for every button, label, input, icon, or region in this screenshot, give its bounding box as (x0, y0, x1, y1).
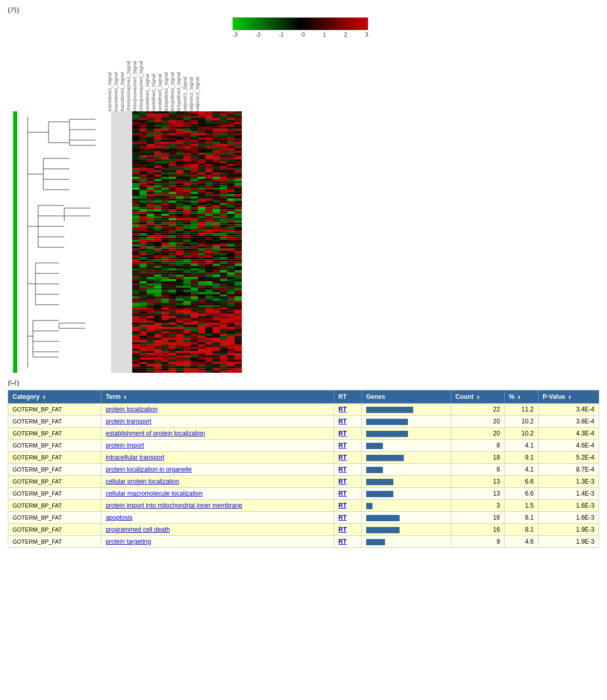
term-link[interactable]: protein transport (106, 418, 151, 425)
th-rt[interactable]: RT (334, 391, 361, 404)
term-link[interactable]: intracellular transport (106, 454, 164, 461)
scale-label-0: 0 (301, 31, 305, 38)
genes-sort-link[interactable]: Genes (366, 393, 386, 400)
term-link[interactable]: protein localization (106, 406, 157, 413)
rt-link[interactable]: RT (338, 466, 347, 473)
term-link[interactable]: cellular macromolecule localization (106, 490, 202, 497)
td-rt[interactable]: RT (334, 404, 361, 416)
rt-link[interactable]: RT (338, 526, 347, 533)
td-rt[interactable]: RT (334, 512, 361, 524)
rt-link[interactable]: RT (338, 454, 347, 461)
td-term[interactable]: cellular protein localization (101, 476, 334, 488)
data-table: Category ⇕ Term ⇕ RT Genes Count ⇕ % ⇕ (8, 390, 599, 548)
td-rt[interactable]: RT (334, 452, 361, 464)
percent-sort-link[interactable]: % (509, 393, 515, 400)
section-ga-label: (가) (8, 5, 599, 15)
td-term[interactable]: protein import (101, 440, 334, 452)
td-rt[interactable]: RT (334, 416, 361, 428)
td-genes (361, 524, 451, 536)
heatmap-canvas (132, 111, 242, 373)
td-term[interactable]: protein localization (101, 404, 334, 416)
rt-link[interactable]: RT (338, 538, 347, 545)
rt-link[interactable]: RT (338, 490, 347, 497)
table-row: GOTERM_BP_FATprotein importRT84.14.6E-4 (8, 440, 599, 452)
td-pvalue: 1.9E-3 (538, 524, 599, 536)
term-link[interactable]: protein targeting (106, 538, 151, 545)
term-sort-link[interactable]: Term (106, 393, 120, 400)
td-rt[interactable]: RT (334, 440, 361, 452)
pvalue-sort-icon: ⇕ (568, 395, 571, 400)
td-pvalue: 5.2E-4 (538, 452, 599, 464)
td-term[interactable]: protein transport (101, 416, 334, 428)
td-rt[interactable]: RT (334, 476, 361, 488)
term-link[interactable]: apoptosis (106, 514, 132, 521)
td-term[interactable]: cellular macromolecule localization (101, 488, 334, 500)
td-genes (361, 464, 451, 476)
td-term[interactable]: protein import into mitochondrial inner … (101, 500, 334, 512)
rt-sort-link[interactable]: RT (338, 393, 347, 400)
table-header-row: Category ⇕ Term ⇕ RT Genes Count ⇕ % ⇕ (8, 391, 599, 404)
td-genes (361, 416, 451, 428)
category-sort-link[interactable]: Category (13, 393, 40, 400)
rt-link[interactable]: RT (338, 430, 347, 437)
td-count: 8 (451, 440, 504, 452)
col-label: trazodone1_Signal (107, 20, 112, 111)
td-percent: 8.1 (505, 524, 539, 536)
scale-label-1: 1 (323, 31, 326, 38)
col-label: chlorpromazine3_Signal (138, 20, 144, 111)
th-genes[interactable]: Genes (361, 391, 451, 404)
td-count: 20 (451, 416, 504, 428)
td-rt[interactable]: RT (334, 464, 361, 476)
td-category: GOTERM_BP_FAT (8, 500, 101, 512)
td-category: GOTERM_BP_FAT (8, 536, 101, 548)
th-pvalue[interactable]: P-Value ⇕ (538, 391, 599, 404)
rt-link[interactable]: RT (338, 502, 347, 509)
th-percent[interactable]: % ⇕ (505, 391, 539, 404)
th-term[interactable]: Term ⇕ (101, 391, 334, 404)
heatmap-container: trazodone1_Signaltrazodone2_Signaltrazod… (13, 17, 599, 373)
td-term[interactable]: intracellular transport (101, 452, 334, 464)
td-percent: 4.6 (505, 536, 539, 548)
td-term[interactable]: protein localization in organelle (101, 464, 334, 476)
td-term[interactable]: establishment of protein localization (101, 428, 334, 440)
rt-link[interactable]: RT (338, 478, 347, 485)
col-label: valproic3_Signal (195, 20, 200, 111)
rt-link[interactable]: RT (338, 418, 347, 425)
table-row: GOTERM_BP_FATcellular protein localizati… (8, 476, 599, 488)
th-count[interactable]: Count ⇕ (451, 391, 504, 404)
scale-label-3: 3 (365, 31, 368, 38)
term-link[interactable]: protein import into mitochondrial inner … (106, 502, 242, 509)
td-term[interactable]: programmed cell death (101, 524, 334, 536)
td-count: 3 (451, 500, 504, 512)
heatmap-top: trazodone1_Signaltrazodone2_Signaltrazod… (107, 17, 368, 111)
rt-link[interactable]: RT (338, 514, 347, 521)
rt-link[interactable]: RT (338, 406, 347, 413)
td-rt[interactable]: RT (334, 428, 361, 440)
scale-label-n1: -1 (278, 31, 284, 38)
td-rt[interactable]: RT (334, 536, 361, 548)
th-category[interactable]: Category ⇕ (8, 391, 101, 404)
td-pvalue: 8.7E-4 (538, 464, 599, 476)
td-rt[interactable]: RT (334, 500, 361, 512)
term-link[interactable]: cellular protein localization (106, 478, 179, 485)
td-term[interactable]: apoptosis (101, 512, 334, 524)
dendrogram-left (17, 111, 111, 373)
td-pvalue: 1.6E-3 (538, 500, 599, 512)
term-link[interactable]: programmed cell death (106, 526, 170, 533)
td-count: 13 (451, 476, 504, 488)
rt-link[interactable]: RT (338, 442, 347, 449)
count-sort-link[interactable]: Count (456, 393, 474, 400)
td-rt[interactable]: RT (334, 524, 361, 536)
term-link[interactable]: establishment of protein localization (106, 430, 205, 437)
td-term[interactable]: protein targeting (101, 536, 334, 548)
table-body: GOTERM_BP_FATprotein localizationRT2211.… (8, 404, 599, 548)
term-link[interactable]: protein import (106, 442, 144, 449)
td-category: GOTERM_BP_FAT (8, 512, 101, 524)
td-count: 22 (451, 404, 504, 416)
gene-bar (366, 443, 383, 449)
td-category: GOTERM_BP_FAT (8, 440, 101, 452)
pvalue-sort-link[interactable]: P-Value (543, 393, 565, 400)
td-rt[interactable]: RT (334, 488, 361, 500)
term-link[interactable]: protein localization in organelle (106, 466, 192, 473)
scale-label-2: 2 (344, 31, 347, 38)
